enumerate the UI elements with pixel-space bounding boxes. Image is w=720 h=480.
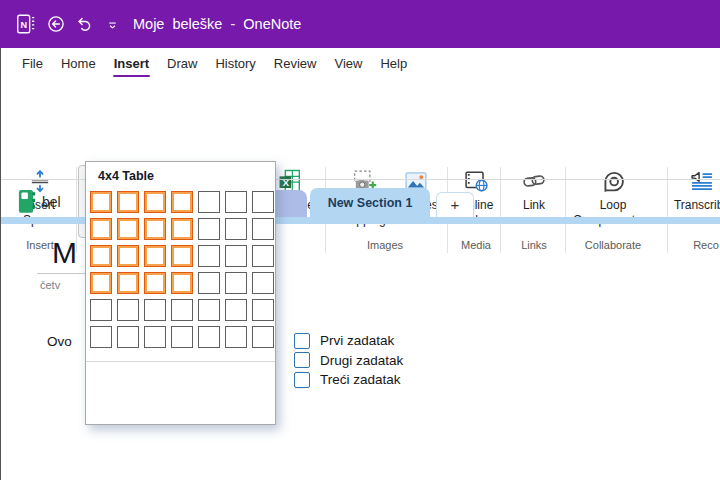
todo-label: Prvi zadatak (320, 333, 394, 348)
grid-cell-4x7[interactable] (252, 272, 274, 294)
grid-cell-4x3[interactable] (144, 272, 166, 294)
grid-cell-3x4[interactable] (171, 245, 193, 267)
ribbon-group-images: Images (367, 239, 403, 251)
page-title[interactable]: M (52, 236, 77, 270)
grid-cell-6x1[interactable] (90, 326, 112, 348)
menu-history[interactable]: History (215, 48, 255, 80)
ribbon-group-collaborate: Collaborate (585, 239, 641, 251)
grid-cell-5x5[interactable] (198, 299, 220, 321)
menu-draw[interactable]: Draw (167, 48, 197, 80)
grid-cell-6x4[interactable] (171, 326, 193, 348)
grid-cell-1x7[interactable] (252, 191, 274, 213)
grid-cell-6x3[interactable] (144, 326, 166, 348)
grid-cell-5x3[interactable] (144, 299, 166, 321)
grid-cell-2x1[interactable] (90, 218, 112, 240)
todo-item: Treći zadatak (294, 371, 403, 388)
grid-cell-3x5[interactable] (198, 245, 220, 267)
ribbon-group-links: Links (521, 239, 547, 251)
button-label: Loop (570, 198, 656, 213)
grid-cell-2x2[interactable] (117, 218, 139, 240)
grid-cell-6x7[interactable] (252, 326, 274, 348)
todo-item: Drugi zadatak (294, 352, 403, 369)
menu-review[interactable]: Review (274, 48, 317, 80)
onenote-window: N Moje beleške - OneNote FileHomeInsertD… (0, 0, 720, 480)
transcribe-icon (668, 167, 720, 198)
grid-cell-2x5[interactable] (198, 218, 220, 240)
menu-bar: FileHomeInsertDrawHistoryReviewViewHelp (0, 48, 720, 80)
page-date: četv (40, 279, 60, 291)
grid-cell-4x5[interactable] (198, 272, 220, 294)
todo-label: Treći zadatak (320, 372, 401, 387)
grid-cell-1x5[interactable] (198, 191, 220, 213)
menu-insert[interactable]: Insert (114, 48, 149, 80)
onenote-app-icon: N (15, 13, 37, 39)
grid-cell-4x1[interactable] (90, 272, 112, 294)
todo-list: Prvi zadatakDrugi zadatakTreći zadatak (294, 332, 403, 388)
loop-icon (570, 167, 656, 198)
table-size-label: 4x4 Table (98, 169, 154, 183)
grid-cell-3x2[interactable] (117, 245, 139, 267)
grid-cell-3x7[interactable] (252, 245, 274, 267)
back-icon[interactable] (46, 14, 66, 38)
ribbon-group-insert: Insert (26, 239, 54, 251)
grid-cell-5x7[interactable] (252, 299, 274, 321)
button-label: Link (514, 198, 554, 213)
grid-cell-5x4[interactable] (171, 299, 193, 321)
grid-cell-1x2[interactable] (117, 191, 139, 213)
todo-checkbox[interactable] (294, 352, 310, 368)
grid-cell-2x7[interactable] (252, 218, 274, 240)
grid-cell-5x6[interactable] (225, 299, 247, 321)
todo-label: Drugi zadatak (320, 353, 403, 368)
link-icon (514, 167, 554, 198)
grid-cell-3x6[interactable] (225, 245, 247, 267)
grid-cell-4x6[interactable] (225, 272, 247, 294)
section-tab-active[interactable]: New Section 1 (310, 188, 430, 217)
grid-cell-2x3[interactable] (144, 218, 166, 240)
ribbon-group-recordings: Reco (693, 239, 719, 251)
grid-cell-6x6[interactable] (225, 326, 247, 348)
todo-item: Prvi zadatak (294, 332, 403, 349)
notebook-icon[interactable] (16, 189, 37, 219)
button-label: Transcribe (668, 198, 720, 213)
menu-help[interactable]: Help (380, 48, 407, 80)
dropdown-separator (86, 361, 275, 362)
window-title: Moje beleške - OneNote (133, 0, 301, 48)
grid-cell-1x3[interactable] (144, 191, 166, 213)
grid-cell-6x5[interactable] (198, 326, 220, 348)
grid-cell-4x2[interactable] (117, 272, 139, 294)
menu-home[interactable]: Home (61, 48, 96, 80)
titlebar: N Moje beleške - OneNote (0, 0, 720, 48)
grid-cell-1x1[interactable] (90, 191, 112, 213)
window-left-edge (0, 48, 1, 480)
grid-cell-4x4[interactable] (171, 272, 193, 294)
svg-text:N: N (21, 20, 28, 30)
grid-cell-2x4[interactable] (171, 218, 193, 240)
menu-view[interactable]: View (334, 48, 362, 80)
quick-access-chevron-icon[interactable] (106, 18, 119, 36)
menu-file[interactable]: File (22, 48, 43, 80)
grid-cell-1x4[interactable] (171, 191, 193, 213)
grid-cell-6x2[interactable] (117, 326, 139, 348)
ribbon-group-media: Media (461, 239, 491, 251)
table-size-grid (90, 191, 274, 348)
undo-icon[interactable] (75, 14, 95, 38)
grid-cell-3x1[interactable] (90, 245, 112, 267)
page-body-text[interactable]: Ovo (47, 334, 72, 349)
todo-checkbox[interactable] (294, 372, 310, 388)
todo-checkbox[interactable] (294, 333, 310, 349)
grid-cell-2x6[interactable] (225, 218, 247, 240)
grid-cell-5x2[interactable] (117, 299, 139, 321)
notebook-name[interactable]: bel (42, 194, 61, 210)
grid-cell-3x3[interactable] (144, 245, 166, 267)
add-section-button[interactable]: + (436, 192, 474, 218)
table-dropdown: 4x4 Table Insert Table... New Excel Spre… (85, 161, 276, 425)
grid-cell-1x6[interactable] (225, 191, 247, 213)
grid-cell-5x1[interactable] (90, 299, 112, 321)
